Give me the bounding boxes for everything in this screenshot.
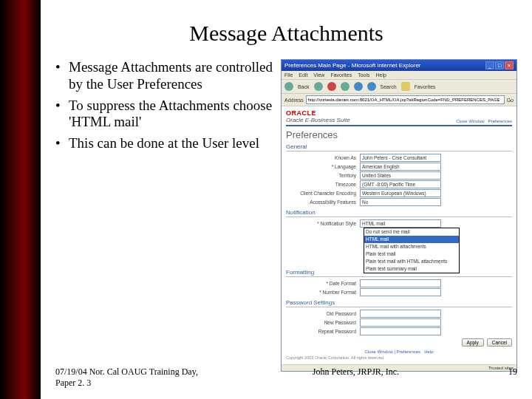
address-input[interactable] xyxy=(306,95,505,104)
menubar: File Edit View Favorites Tools Help xyxy=(282,71,516,80)
dropdown-option[interactable]: Plain text mail xyxy=(364,250,459,258)
old-password-label: Old Password xyxy=(286,311,360,316)
stop-icon[interactable] xyxy=(327,82,336,91)
language-select[interactable]: American English xyxy=(360,163,441,171)
menu-edit[interactable]: Edit xyxy=(299,72,307,78)
copyright-text: Copyright 2003 Oracle Corporation. All r… xyxy=(286,355,512,360)
window-title-text: Preferences Main Page - Microsoft Intern… xyxy=(284,62,421,69)
bullet-item: This can be done at the User level xyxy=(55,135,281,152)
browser-window: Preferences Main Page - Microsoft Intern… xyxy=(281,59,517,372)
encoding-select[interactable]: Western European (Windows) xyxy=(360,189,441,197)
close-window-link[interactable]: Close Window xyxy=(456,119,484,123)
bullet-list: Message Attachments are controlled by th… xyxy=(55,59,281,372)
oracle-logo: ORACLE xyxy=(286,109,350,117)
known-as-label: Known As xyxy=(286,155,360,160)
address-label: Address xyxy=(284,98,304,103)
old-password-input[interactable] xyxy=(360,310,441,318)
preferences-link[interactable]: Preferences xyxy=(488,119,512,123)
timezone-label: Timezone xyxy=(286,182,360,187)
slide-number: 19 xyxy=(508,366,517,389)
accessibility-select[interactable]: No xyxy=(360,198,441,206)
number-format-label: * Number Format xyxy=(286,290,360,295)
section-password: Password Settings xyxy=(286,299,512,307)
repeat-password-label: Repeat Password xyxy=(286,329,360,334)
date-format-select[interactable] xyxy=(360,279,441,287)
section-general: General xyxy=(286,143,512,151)
encoding-label: Client Character Encoding xyxy=(286,191,360,196)
search-icon[interactable] xyxy=(367,82,376,91)
slide-title: Message Attachments xyxy=(41,21,532,46)
slide-footer: 07/19/04 Nor. Cal OAUG Training Day, Pap… xyxy=(55,366,517,389)
slide-content: Message Attachments are controlled by th… xyxy=(41,59,532,372)
dropdown-option[interactable]: HTML mail with attachments xyxy=(364,243,459,250)
timezone-select[interactable]: (GMT -8:00) Pacific Time xyxy=(360,180,441,188)
dropdown-option[interactable]: Plain text summary mail xyxy=(364,265,459,273)
footer-prefs-link[interactable]: Preferences xyxy=(397,349,420,354)
menu-view[interactable]: View xyxy=(313,72,324,78)
forward-icon[interactable] xyxy=(314,82,323,91)
window-controls: _ □ × xyxy=(485,61,514,69)
maximize-icon[interactable]: □ xyxy=(495,61,504,69)
back-icon[interactable] xyxy=(284,82,293,91)
new-password-input[interactable] xyxy=(360,318,441,327)
go-button[interactable]: Go xyxy=(507,98,514,103)
known-as-input[interactable]: John Peters - Crse Consultant xyxy=(360,154,441,162)
cancel-button[interactable]: Cancel xyxy=(487,338,512,347)
close-icon[interactable]: × xyxy=(505,61,514,69)
slide-body: Message Attachments Message Attachments … xyxy=(41,0,532,399)
accessibility-label: Accessibility Features xyxy=(286,200,360,205)
apply-button[interactable]: Apply xyxy=(462,338,484,347)
date-format-label: * Date Format xyxy=(286,281,360,286)
toolbar: Back Search Favorites xyxy=(282,80,516,94)
footer-help-link[interactable]: Help xyxy=(424,349,433,354)
bullet-item: Message Attachments are controlled by th… xyxy=(55,59,281,93)
dropdown-option[interactable]: Do not send me mail xyxy=(364,228,459,236)
repeat-password-input[interactable] xyxy=(360,327,441,335)
menu-tools[interactable]: Tools xyxy=(358,72,369,78)
home-icon[interactable] xyxy=(354,82,363,91)
language-label: * Language xyxy=(286,164,360,169)
number-format-select[interactable] xyxy=(360,288,441,296)
slide-accent-sidebar xyxy=(0,0,41,399)
footer-left: 07/19/04 Nor. Cal OAUG Training Day, Pap… xyxy=(55,366,203,389)
notification-style-dropdown: Do not send me mail HTML mail HTML mail … xyxy=(364,228,460,273)
territory-label: Territory xyxy=(286,173,360,178)
menu-file[interactable]: File xyxy=(284,72,293,78)
notification-style-select[interactable]: HTML mail xyxy=(360,219,441,228)
page-title: Preferences xyxy=(286,129,512,140)
footer-close-link[interactable]: Close Window xyxy=(365,349,393,354)
bullet-item: To suppress the Attachments choose 'HTML… xyxy=(55,98,281,132)
dropdown-option[interactable]: Plain text mail with HTML attachments xyxy=(364,258,459,265)
oracle-suite: Oracle E-Business Suite xyxy=(286,117,350,123)
dropdown-option-selected[interactable]: HTML mail xyxy=(364,236,459,243)
section-notification: Notification xyxy=(286,209,512,217)
address-bar: Address Go xyxy=(282,94,516,106)
favorites-button[interactable]: Favorites xyxy=(415,84,436,89)
minimize-icon[interactable]: _ xyxy=(485,61,494,69)
menu-favorites[interactable]: Favorites xyxy=(330,72,352,78)
oracle-header: ORACLE Oracle E-Business Suite Close Win… xyxy=(286,109,512,126)
menu-help[interactable]: Help xyxy=(376,72,386,78)
territory-select[interactable]: United States xyxy=(360,171,441,180)
refresh-icon[interactable] xyxy=(341,82,349,91)
footer-center: John Peters, JRPJR, Inc. xyxy=(313,366,399,389)
back-button[interactable]: Back xyxy=(298,84,310,89)
search-button[interactable]: Search xyxy=(381,84,397,89)
favorites-icon[interactable] xyxy=(401,82,410,91)
window-titlebar: Preferences Main Page - Microsoft Intern… xyxy=(282,60,516,71)
new-password-label: New Password xyxy=(286,320,360,325)
page-body: ORACLE Oracle E-Business Suite Close Win… xyxy=(282,106,516,364)
notification-style-label: * Notification Style xyxy=(286,221,360,226)
